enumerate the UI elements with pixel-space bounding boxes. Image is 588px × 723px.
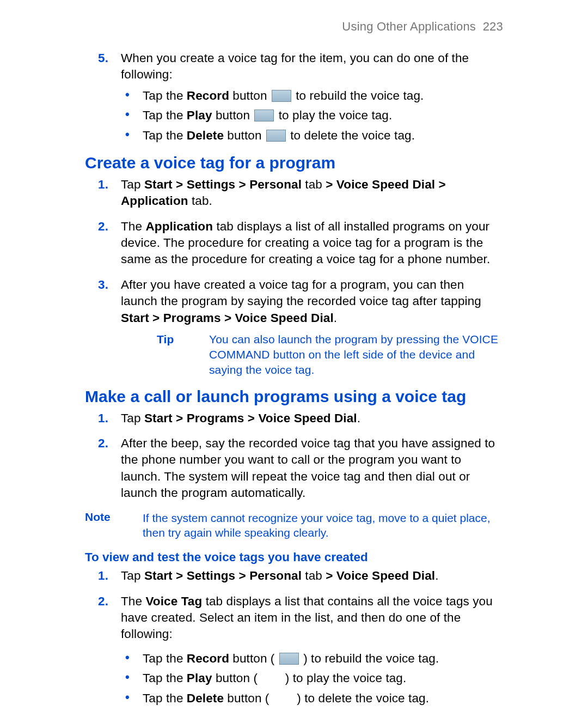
bullet-play-2: Tap the Play button ( ) to play the voic…	[121, 670, 503, 686]
step-5-text: When you create a voice tag for the item…	[121, 51, 469, 81]
sectionC-list: Tap Start > Settings > Personal tab > Vo…	[85, 568, 503, 707]
step-5-bullets: Tap the Record button to rebuild the voi…	[121, 88, 503, 144]
intro-continued-list: When you create a voice tag for the item…	[85, 50, 503, 144]
manual-page: Using Other Applications 223 When you cr…	[0, 0, 588, 723]
play-icon	[254, 110, 274, 121]
sectionB-step-2: After the beep, say the recorded voice t…	[85, 435, 503, 502]
sectionC-bullets: Tap the Record button ( ) to rebuild the…	[121, 651, 503, 707]
section-title: Using Other Applications	[342, 20, 476, 33]
record-icon	[272, 90, 291, 102]
step-5: When you create a voice tag for the item…	[85, 50, 503, 144]
sectionA-step-3: After you have created a voice tag for a…	[85, 277, 503, 378]
tip-block: Tip You can also launch the program by p…	[121, 332, 503, 378]
running-header: Using Other Applications 223	[85, 20, 503, 34]
bullet-record: Tap the Record button to rebuild the voi…	[121, 88, 503, 104]
sectionA-list: Tap Start > Settings > Personal tab > Vo…	[85, 177, 503, 378]
heading-view-test: To view and test the voice tags you have…	[85, 550, 503, 564]
page-number: 223	[483, 20, 503, 33]
note-block: Note If the system cannot recognize your…	[85, 511, 503, 541]
heading-create-program: Create a voice tag for a program	[85, 154, 503, 172]
tip-body: You can also launch the program by press…	[209, 332, 503, 378]
sectionC-step-1: Tap Start > Settings > Personal tab > Vo…	[85, 568, 503, 584]
sectionC-step-2: The Voice Tag tab displays a list that c…	[85, 593, 503, 707]
record-icon	[279, 653, 299, 665]
sectionA-step-2: The Application tab displays a list of a…	[85, 218, 503, 268]
tip-label: Tip	[157, 332, 196, 378]
sectionA-step-1: Tap Start > Settings > Personal tab > Vo…	[85, 177, 503, 210]
bullet-delete-2: Tap the Delete button ( ) to delete the …	[121, 690, 503, 707]
sectionB-list: Tap Start > Programs > Voice Speed Dial.…	[85, 410, 503, 502]
sectionB-step-1: Tap Start > Programs > Voice Speed Dial.	[85, 410, 503, 427]
play-label: Play	[187, 108, 212, 122]
note-label: Note	[85, 511, 130, 541]
delete-icon	[266, 130, 286, 142]
bullet-record-2: Tap the Record button ( ) to rebuild the…	[121, 651, 503, 667]
heading-make-call: Make a call or launch programs using a v…	[85, 387, 503, 406]
record-label: Record	[187, 89, 229, 102]
note-body: If the system cannot recognize your voic…	[143, 511, 503, 541]
delete-label: Delete	[187, 129, 224, 142]
bullet-delete: Tap the Delete button to delete the voic…	[121, 127, 503, 144]
bullet-play: Tap the Play button to play the voice ta…	[121, 107, 503, 124]
